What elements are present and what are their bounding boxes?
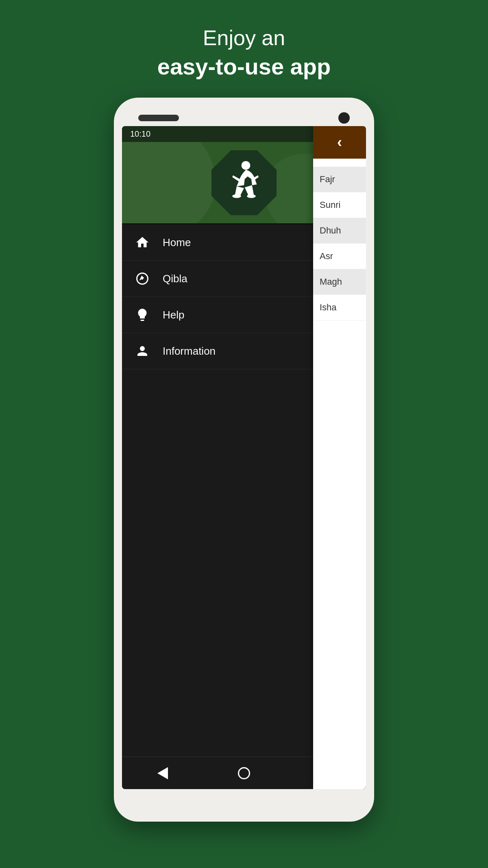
page-title: Enjoy an easy-to-use app: [157, 24, 331, 81]
home-nav-button[interactable]: [234, 763, 254, 783]
phone-top: [122, 106, 366, 126]
nav-label-information: Information: [163, 345, 216, 358]
back-nav-button[interactable]: [152, 763, 173, 783]
prayer-sunri[interactable]: Sunri: [313, 192, 366, 218]
title-line2: easy-to-use app: [157, 52, 331, 82]
prayer-list: Fajr Sunri Dhuh Asr Magh Isha: [313, 159, 366, 789]
svg-point-5: [232, 194, 241, 198]
phone-screen: 10:10: [122, 126, 366, 789]
svg-point-4: [242, 161, 251, 170]
phone-bottom: [122, 789, 366, 813]
person-icon: [134, 343, 150, 359]
drawer-panel: ‹ Fajr Sunri Dhuh Asr Magh: [313, 126, 366, 789]
svg-point-6: [247, 194, 256, 198]
nav-label-home: Home: [163, 236, 191, 249]
prayer-fajr[interactable]: Fajr: [313, 167, 366, 192]
phone-speaker: [138, 115, 179, 121]
home-nav-icon: [238, 767, 250, 779]
home-icon: [134, 234, 150, 251]
app-logo: [211, 150, 277, 215]
prayer-isha[interactable]: Isha: [313, 295, 366, 321]
header-bg-shape: [122, 142, 216, 223]
title-line1: Enjoy an: [157, 24, 331, 52]
back-nav-icon: [157, 767, 168, 779]
lightbulb-icon: [134, 307, 150, 323]
chevron-left-icon: ‹: [337, 134, 342, 151]
status-time: 10:10: [130, 129, 150, 139]
svg-point-7: [142, 278, 144, 280]
octagon-logo: [211, 150, 277, 215]
nav-label-qibla: Qibla: [163, 273, 187, 285]
prayer-maghrib[interactable]: Magh: [313, 269, 366, 295]
compass-icon: [134, 270, 150, 287]
prayer-dhuhr[interactable]: Dhuh: [313, 218, 366, 244]
drawer-back-button[interactable]: ‹: [313, 126, 366, 159]
phone-camera: [338, 112, 350, 124]
prayer-asr[interactable]: Asr: [313, 244, 366, 269]
phone-mockup: 10:10: [114, 98, 374, 822]
praying-silhouette: [226, 158, 262, 207]
nav-label-help: Help: [163, 309, 184, 321]
